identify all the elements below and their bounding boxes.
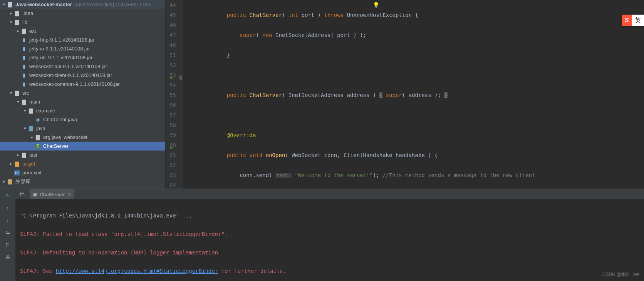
line-number[interactable]: 57 — [169, 110, 176, 120]
line-number[interactable]: 61 — [169, 150, 176, 160]
run-panel: ↻ ↑ ↓ ⇆ ⎘ 🖶 行: ▣ ChatServer × "C:\Progra… — [0, 189, 644, 281]
wrap-icon[interactable]: ⇆ — [3, 228, 12, 237]
tree-label: target — [22, 161, 35, 167]
folder-icon: ▇ — [14, 19, 20, 25]
tab-icon: ▣ — [33, 192, 37, 197]
tree-label: pom.xml — [22, 170, 41, 176]
tree-item-chatclient[interactable]: ▸◉ChatClient.java — [0, 115, 165, 124]
class-icon: C — [35, 143, 41, 149]
folder-icon: ▇ — [21, 28, 27, 34]
line-number[interactable]: 60●↑ — [169, 140, 176, 150]
tree-label: org.java_websocket — [43, 134, 87, 140]
console-output[interactable]: "C:\Program Files\Java\jdk1.8.0_144\bin\… — [15, 199, 644, 281]
folder-icon: ▇ — [21, 152, 27, 158]
tree-item-idea[interactable]: ▸▇.idea — [0, 9, 165, 18]
maven-icon: m — [14, 170, 20, 176]
tree-item-pkg[interactable]: ▸▇org.java_websocket — [0, 133, 165, 142]
tree-label: jetty-util-9.1.1.v20140108.jar — [29, 55, 92, 60]
java-file-icon: ◉ — [35, 117, 41, 123]
gutter[interactable]: 44 45 46 47 48 51 52 53●↑@ 54 55 56 57 5… — [166, 0, 183, 189]
bulb-icon[interactable]: 💡 — [372, 0, 380, 10]
line-number[interactable]: 44 — [169, 0, 176, 10]
code-editor[interactable]: 44 45 46 47 48 51 52 53●↑@ 54 55 56 57 5… — [166, 0, 644, 189]
up-icon[interactable]: ↑ — [3, 204, 12, 212]
tree-label: ChatServer — [43, 143, 69, 149]
line-number[interactable]: 48 — [169, 40, 176, 50]
folder-icon: ▇ — [14, 161, 20, 167]
tree-item-main[interactable]: ▾▇main — [0, 97, 165, 106]
tree-item-external-libs[interactable]: ▸▇外部库 — [0, 177, 165, 186]
tree-label: lib — [22, 19, 27, 25]
close-icon[interactable]: × — [68, 191, 71, 197]
jar-icon: ▮ — [21, 37, 27, 43]
tree-label: test — [29, 152, 37, 158]
code-area[interactable]: public ChatServer( int port ) throws Unk… — [183, 0, 644, 189]
line-number[interactable]: 56 — [169, 100, 176, 110]
tree-item-chatserver[interactable]: ▸CChatServer — [0, 142, 165, 151]
folder-icon: ▇ — [7, 2, 13, 8]
jar-icon: ▮ — [21, 64, 27, 70]
tree-item-jar[interactable]: ▸▮websocket-common-9.1.1.v20140108.jar — [0, 80, 165, 89]
library-icon: ▇ — [7, 179, 13, 185]
folder-icon: ▇ — [28, 108, 34, 114]
line-number[interactable]: 46 — [169, 20, 176, 30]
folder-icon: ▇ — [28, 125, 34, 132]
project-tree[interactable]: ▾ ▇ Java-websocket-master [Java-WebSocke… — [0, 0, 166, 189]
rerun-icon[interactable]: ↻ — [3, 191, 12, 200]
line-number[interactable]: 47 — [169, 30, 176, 40]
ime-indicator[interactable]: S 英 — [622, 15, 644, 26]
console-line: "C:\Program Files\Java\jdk1.8.0_144\bin\… — [20, 211, 639, 220]
tree-item-jar[interactable]: ▸▮jetty-http-9.1.1.v20140108.jar — [0, 35, 165, 44]
line-number[interactable]: 63 — [169, 170, 176, 180]
tree-item-target[interactable]: ▸▇target — [0, 159, 165, 168]
run-tab[interactable]: ▣ ChatServer × — [30, 189, 74, 199]
jar-icon: ▮ — [21, 72, 27, 79]
print-icon[interactable]: 🖶 — [3, 253, 12, 261]
tree-item-jar[interactable]: ▸▮websocket-api-9.1.1.v20140108.jar — [0, 62, 165, 71]
down-icon[interactable]: ↓ — [3, 216, 12, 224]
line-number[interactable]: 52 — [169, 60, 176, 70]
tree-label: ChatClient.java — [43, 117, 77, 122]
tree-item-jar[interactable]: ▸▮jetty-util-9.1.1.v20140108.jar — [0, 53, 165, 62]
tree-label: src — [22, 90, 29, 96]
tree-label: .idea — [22, 10, 33, 16]
line-number[interactable]: 59 — [169, 130, 176, 140]
project-path: C:\Users\11790 — [116, 2, 150, 7]
folder-icon: ▇ — [14, 10, 20, 17]
export-icon[interactable]: ⎘ — [3, 241, 12, 249]
tree-item-test[interactable]: ▸▇test — [0, 151, 165, 159]
tree-label: websocket-common-9.1.1.v20140108.jar — [29, 81, 120, 87]
chevron-down-icon: ▾ — [8, 90, 14, 95]
tree-item-jar[interactable]: ▸▮jetty-io-9.1.1.v20140108.jar — [0, 44, 165, 53]
tree-item-jar[interactable]: ▸▮websocket-client-9.1.1.v20140108.jar — [0, 71, 165, 80]
package-icon: ▇ — [35, 134, 41, 140]
tree-label: java — [36, 125, 45, 131]
chevron-right-icon: ▸ — [2, 179, 7, 184]
chevron-down-icon: ▾ — [22, 126, 28, 131]
tree-item-java[interactable]: ▾▇java — [0, 124, 165, 133]
line-number[interactable]: 55 — [169, 90, 176, 100]
sogou-icon: S — [622, 15, 632, 26]
line-number[interactable]: 45 — [169, 10, 176, 20]
tree-item-lib[interactable]: ▾▇lib — [0, 18, 165, 27]
line-number[interactable]: 62 — [169, 160, 176, 170]
override-icon[interactable]: @ — [179, 72, 182, 82]
tree-item-src[interactable]: ▾▇src — [0, 89, 165, 97]
tree-label: main — [29, 99, 40, 105]
console-line: SLF4J: See http://www.slf4j.org/codes.ht… — [20, 266, 639, 276]
tree-item-ext[interactable]: ▸▇ext — [0, 27, 165, 35]
line-number[interactable]: 54 — [169, 80, 176, 90]
console-link[interactable]: http://www.slf4j.org/codes.html#StaticLo… — [56, 268, 218, 274]
line-number[interactable]: 58 — [169, 120, 176, 130]
chevron-down-icon: ▾ — [22, 108, 28, 113]
tree-item-pom[interactable]: ▸mpom.xml — [0, 168, 165, 177]
run-label: 行: — [15, 191, 30, 197]
line-number[interactable]: 51 — [169, 50, 176, 60]
tree-item-example[interactable]: ▾▇example — [0, 106, 165, 115]
project-root[interactable]: ▾ ▇ Java-websocket-master [Java-WebSocke… — [0, 0, 165, 9]
line-number[interactable]: 53●↑@ — [169, 70, 176, 80]
tree-label: example — [36, 108, 55, 114]
line-number[interactable]: 64 — [169, 180, 176, 190]
console-line: SLF4J: Defaulting to no-operation (NOP) … — [20, 248, 639, 257]
chevron-down-icon: ▾ — [2, 2, 7, 7]
